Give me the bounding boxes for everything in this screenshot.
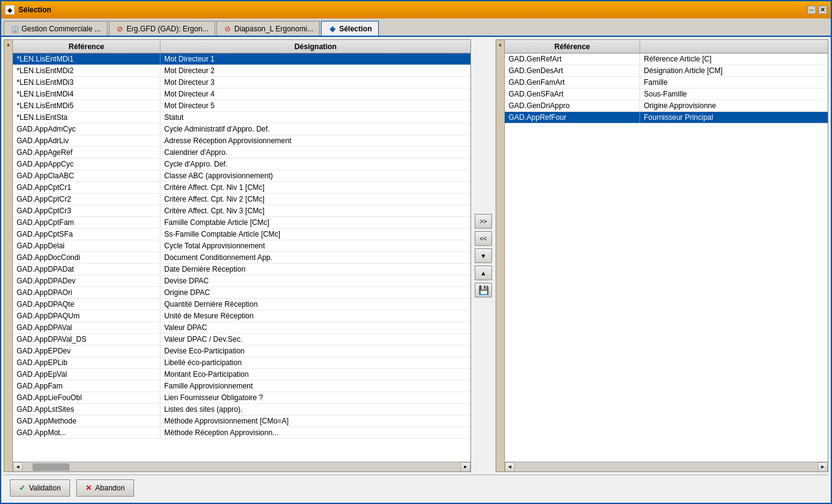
right-table-scroll[interactable]: GAD.GenRefArtRéférence Article [C]GAD.Ge… — [505, 53, 828, 462]
right-horiz-scroll-left-btn[interactable]: ◄ — [505, 462, 515, 472]
horiz-scroll-thumb[interactable] — [33, 463, 69, 471]
left-col1-header: Référence — [13, 40, 160, 53]
left-table-row[interactable]: GAD.AppEpValMontant Eco-Participation — [13, 369, 470, 380]
left-table-row[interactable]: GAD.AppCptSFaSs-Famille Comptable Articl… — [13, 229, 470, 240]
left-table-row[interactable]: GAD.AppAdmCycCycle Administratif d'Appro… — [13, 124, 470, 135]
left-cell-ref: GAD.AppCptCr2 — [13, 194, 160, 205]
title-bar-left: ◈ Sélection — [5, 5, 51, 15]
left-table-row[interactable]: GAD.AppCptFamFamille Comptable Article [… — [13, 217, 470, 229]
tab-erg-gfd[interactable]: ⊘ Erg.GFD (GAD): Ergon... — [109, 21, 215, 36]
left-cell-des: Valeur DPAC / Dev.Sec. — [160, 334, 470, 345]
left-cell-ref: GAD.AppDPADev — [13, 275, 160, 286]
left-table-header: Référence Désignation — [13, 40, 470, 53]
left-cell-des: Cycle Administratif d'Appro. Def. — [160, 124, 470, 135]
left-cell-des: Méthode Approvisionnement [CMo=A] — [160, 415, 470, 427]
left-cell-des: Famille Comptable Article [CMc] — [160, 217, 470, 228]
move-up-button[interactable]: ▲ — [475, 266, 492, 280]
right-horiz-scroll-right-btn[interactable]: ► — [818, 462, 828, 472]
left-table-row[interactable]: GAD.AppLieFouOblLien Fournisseur Obligat… — [13, 392, 470, 404]
panels-row: ▲ Référence Désignation *LEN.LisEntMDi1M… — [4, 39, 828, 472]
left-table-row[interactable]: GAD.AppDPAQteQuantité Dernière Réception — [13, 299, 470, 310]
left-table-row[interactable]: GAD.AppDPADevDevise DPAC — [13, 275, 470, 287]
left-table-scroll[interactable]: *LEN.LisEntMDi1Mot Directeur 1*LEN.LisEn… — [13, 53, 470, 462]
left-cell-des: Critère Affect. Cpt. Niv 2 [CMc] — [160, 194, 470, 205]
left-cell-ref: GAD.AppCptSFa — [13, 229, 160, 240]
right-table-row[interactable]: GAD.GenDriApproOrigine Approvisionne — [505, 100, 828, 112]
left-table-row[interactable]: GAD.AppDelaiCycle Total Approvisionnemen… — [13, 240, 470, 252]
minimize-button[interactable]: ─ — [807, 6, 816, 14]
right-panel: ▲ Référence GAD.GenRefArtRéférence Artic… — [496, 39, 828, 472]
left-cell-ref: GAD.AppDPAVal_DS — [13, 334, 160, 345]
horiz-scroll-track[interactable] — [23, 463, 461, 471]
left-table-row[interactable]: GAD.AppMot...Méthode Réception Approvisi… — [13, 427, 470, 439]
left-cell-ref: *LEN.LisEntMDi4 — [13, 89, 160, 100]
left-table-row[interactable]: GAD.AppDPAQUmUnité de Mesure Réception — [13, 310, 470, 322]
left-sort-arrow: ▲ — [4, 40, 13, 471]
left-table-row[interactable]: GAD.AppMethodeMéthode Approvisionnement … — [13, 415, 470, 427]
left-cell-ref: GAD.AppAppCyc — [13, 159, 160, 170]
right-horiz-scroll[interactable]: ◄ ► — [505, 462, 828, 471]
left-cell-des: Document Conditionnement App. — [160, 252, 470, 263]
left-table-row[interactable]: *LEN.LisEntMDi2Mot Directeur 2 — [13, 65, 470, 77]
left-cell-ref: GAD.AppEpVal — [13, 369, 160, 380]
left-table-row[interactable]: *LEN.LisEntMDi1Mot Directeur 1 — [13, 53, 470, 65]
left-table-row[interactable]: *LEN.LisEntStaStatut — [13, 112, 470, 124]
horiz-scroll-right-btn[interactable]: ► — [461, 462, 470, 472]
tab-gestion-commerciale[interactable]: 🏢 Gestion Commerciale ... — [4, 21, 108, 36]
right-col1-header: Référence — [505, 40, 640, 53]
window-icon: ◈ — [5, 5, 15, 15]
left-cell-ref: *LEN.LisEntMDi3 — [13, 77, 160, 88]
abandon-button[interactable]: ✕ Abandon — [76, 479, 134, 497]
left-table-row[interactable]: GAD.AppDocCondiDocument Conditionnement … — [13, 252, 470, 264]
right-table-row[interactable]: GAD.GenDesArtDésignation Article [CM] — [505, 65, 828, 77]
left-table-row[interactable]: GAD.AppCptCr3Critère Affect. Cpt. Niv 3 … — [13, 205, 470, 217]
left-table-row[interactable]: GAD.AppClaABCClasse ABC (approvisionneme… — [13, 170, 470, 182]
left-table-row[interactable]: GAD.AppAdrLivAdresse Réception Approvisi… — [13, 135, 470, 147]
left-cell-des: Lien Fournisseur Obligatoire ? — [160, 392, 470, 403]
left-cell-des: Méthode Réception Approvisionn... — [160, 427, 470, 438]
left-table-row[interactable]: *LEN.LisEntMDi5Mot Directeur 5 — [13, 100, 470, 112]
right-table-row[interactable]: GAD.GenSFaArtSous-Famille — [505, 89, 828, 100]
right-horiz-scroll-track[interactable] — [515, 463, 818, 471]
left-cell-des: Classe ABC (approvisionnement) — [160, 170, 470, 181]
left-table-row[interactable]: GAD.AppLstSitesListes des sites (appro). — [13, 404, 470, 415]
left-cell-ref: GAD.AppCptCr3 — [13, 205, 160, 216]
close-button[interactable]: ✕ — [818, 6, 827, 14]
left-table-row[interactable]: GAD.AppDPADatDate Dernière Réception — [13, 264, 470, 275]
tab-bar: 🏢 Gestion Commerciale ... ⊘ Erg.GFD (GAD… — [1, 18, 831, 37]
right-table-row[interactable]: GAD.GenFamArtFamille — [505, 77, 828, 89]
title-bar-controls[interactable]: ─ ✕ — [807, 6, 827, 14]
left-table-row[interactable]: GAD.AppEPLibLibellé éco-participation — [13, 357, 470, 369]
left-table-row[interactable]: GAD.AppDPAOriOrigine DPAC — [13, 287, 470, 299]
tab-selection[interactable]: ◈ Sélection — [321, 21, 378, 36]
right-panel-wrapper: ▲ Référence GAD.GenRefArtRéférence Artic… — [496, 39, 828, 472]
add-all-button[interactable]: >> — [475, 214, 492, 229]
left-table-row[interactable]: GAD.AppFamFamille Approvisionnement — [13, 380, 470, 392]
right-table-row[interactable]: GAD.AppRefFourFournisseur Principal — [505, 112, 828, 124]
left-table-row[interactable]: *LEN.LisEntMDi3Mot Directeur 3 — [13, 77, 470, 89]
cross-icon: ✕ — [85, 484, 92, 492]
left-horiz-scroll[interactable]: ◄ ► — [13, 462, 470, 471]
left-table-row[interactable]: GAD.AppCptCr2Critère Affect. Cpt. Niv 2 … — [13, 194, 470, 205]
tab-diapason[interactable]: ⊘ Diapason_L Ergonomi... — [216, 21, 320, 36]
left-cell-ref: *LEN.LisEntMDi1 — [13, 53, 160, 65]
left-cell-des: Libellé éco-participation — [160, 357, 470, 368]
left-table-row[interactable]: *LEN.LisEntMDi4Mot Directeur 4 — [13, 89, 470, 100]
right-table-row[interactable]: GAD.GenRefArtRéférence Article [C] — [505, 53, 828, 65]
left-cell-ref: GAD.AppMot... — [13, 427, 160, 438]
left-table-row[interactable]: GAD.AppEPDevDevise Eco-Participation — [13, 345, 470, 357]
horiz-scroll-left-btn[interactable]: ◄ — [13, 462, 23, 472]
left-table-row[interactable]: GAD.AppDPAValValeur DPAC — [13, 322, 470, 334]
move-down-button[interactable]: ▼ — [475, 248, 492, 263]
left-cell-ref: *LEN.LisEntSta — [13, 112, 160, 123]
left-cell-des: Quantité Dernière Réception — [160, 299, 470, 310]
left-table-row[interactable]: GAD.AppCptCr1Critère Affect. Cpt. Niv 1 … — [13, 182, 470, 194]
left-cell-ref: GAD.AppEPLib — [13, 357, 160, 368]
left-cell-des: Date Dernière Réception — [160, 264, 470, 275]
remove-all-button[interactable]: << — [475, 231, 492, 246]
validation-button[interactable]: ✓ Validation — [10, 479, 70, 497]
left-table-row[interactable]: GAD.AppAgeRefCalendrier d'Appro. — [13, 147, 470, 159]
save-button[interactable]: 💾 — [475, 283, 492, 297]
left-table-row[interactable]: GAD.AppDPAVal_DSValeur DPAC / Dev.Sec. — [13, 334, 470, 345]
left-table-row[interactable]: GAD.AppAppCycCycle d'Appro. Def. — [13, 159, 470, 170]
